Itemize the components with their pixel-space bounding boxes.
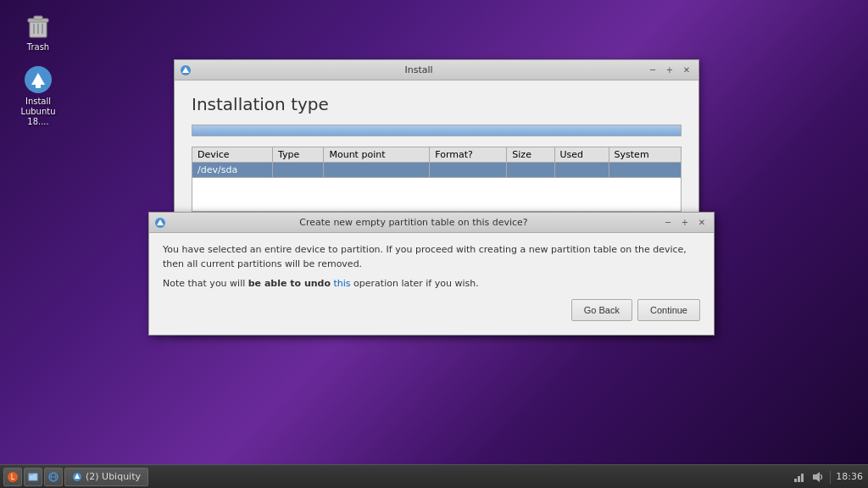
col-system: System: [609, 147, 681, 163]
row-used: [554, 163, 609, 178]
taskbar-ubiquity-app[interactable]: (2) Ubiquity: [64, 468, 148, 486]
svg-rect-22: [794, 479, 797, 482]
svg-rect-2: [34, 16, 42, 19]
svg-rect-23: [798, 476, 800, 482]
svg-rect-16: [29, 474, 33, 475]
taskbar: L (2) Ubiq: [0, 464, 868, 488]
go-back-label: Go Back: [584, 305, 620, 315]
install-lubuntu-icon[interactable]: InstallLubuntu 18....: [8, 61, 68, 130]
taskbar-menu-btn[interactable]: L: [3, 468, 22, 486]
dialog-content: You have selected an entire device to pa…: [149, 233, 714, 335]
dialog-window: Create new empty partition table on this…: [148, 212, 715, 336]
dialog-title: Create new empty partition table on this…: [166, 217, 661, 228]
go-back-button[interactable]: Go Back: [571, 299, 632, 321]
menu-icon: L: [7, 471, 19, 483]
col-mountpoint: Mount point: [324, 147, 430, 163]
col-size: Size: [507, 147, 554, 163]
trash-label: Trash: [27, 42, 49, 53]
progress-bar-fill: [192, 125, 681, 136]
window-close-button[interactable]: ✕: [680, 64, 693, 77]
window-controls: ─ + ✕: [646, 64, 693, 77]
dialog-main-text: You have selected an entire device to pa…: [163, 243, 700, 271]
install-content: Installation type Device Type Mount poin…: [175, 80, 698, 225]
browser-icon: [47, 471, 59, 483]
partition-table: Device Type Mount point Format? Size Use…: [192, 147, 682, 212]
taskbar-files-btn[interactable]: [24, 468, 42, 486]
files-icon: [27, 471, 39, 483]
desktop: Trash InstallLubuntu 18.... Install ─ + …: [0, 0, 868, 488]
continue-button[interactable]: Continue: [637, 299, 700, 321]
row-device: /dev/sda: [192, 163, 273, 178]
row-size: [507, 163, 554, 178]
dialog-window-icon: [154, 217, 166, 229]
col-used: Used: [554, 147, 609, 163]
network-icon: [793, 470, 806, 484]
row-type: [273, 163, 324, 178]
col-device: Device: [192, 147, 273, 163]
svg-marker-25: [813, 472, 820, 482]
dialog-note-bold: be able to undo: [248, 278, 331, 289]
dialog-note-link[interactable]: this: [334, 278, 351, 289]
dialog-minimize-button[interactable]: ─: [661, 216, 675, 230]
empty-row: [192, 178, 682, 212]
volume-icon: [811, 470, 825, 484]
install-heading: Installation type: [192, 94, 682, 114]
clock: 18:36: [836, 471, 863, 482]
dialog-close-button[interactable]: ✕: [695, 216, 709, 230]
col-type: Type: [273, 147, 324, 163]
table-row[interactable]: /dev/sda: [192, 163, 682, 178]
taskbar-right: 18:36: [787, 470, 868, 484]
progress-bar: [192, 125, 682, 136]
install-window-icon: [180, 64, 192, 76]
taskbar-browser-btn[interactable]: [44, 468, 63, 486]
trash-icon-img: [23, 10, 53, 41]
ubiquity-icon: [72, 472, 82, 482]
dialog-maximize-button[interactable]: +: [678, 216, 692, 230]
dialog-titlebar: Create new empty partition table on this…: [149, 213, 714, 233]
window-minimize-button[interactable]: ─: [646, 64, 659, 77]
install-window-title: Install: [192, 64, 646, 75]
row-system: [609, 163, 681, 178]
window-maximize-button[interactable]: +: [663, 64, 676, 77]
svg-text:L: L: [11, 474, 15, 481]
col-format: Format?: [430, 147, 507, 163]
svg-rect-24: [801, 474, 804, 482]
row-mountpoint: [324, 163, 430, 178]
trash-icon[interactable]: Trash: [8, 7, 68, 56]
ubiquity-label: (2) Ubiquity: [86, 471, 141, 482]
taskbar-left: L (2) Ubiq: [0, 468, 152, 486]
dialog-actions: Go Back Continue: [163, 299, 700, 324]
svg-rect-8: [36, 85, 41, 88]
install-label: InstallLubuntu 18....: [12, 97, 64, 127]
install-icon-img: [23, 64, 53, 95]
continue-label: Continue: [650, 305, 687, 315]
row-format: [430, 163, 507, 178]
dialog-controls: ─ + ✕: [661, 216, 709, 230]
dialog-note: Note that you will be able to undo this …: [163, 278, 700, 289]
install-titlebar: Install ─ + ✕: [175, 60, 698, 80]
taskbar-separator: [830, 470, 831, 484]
